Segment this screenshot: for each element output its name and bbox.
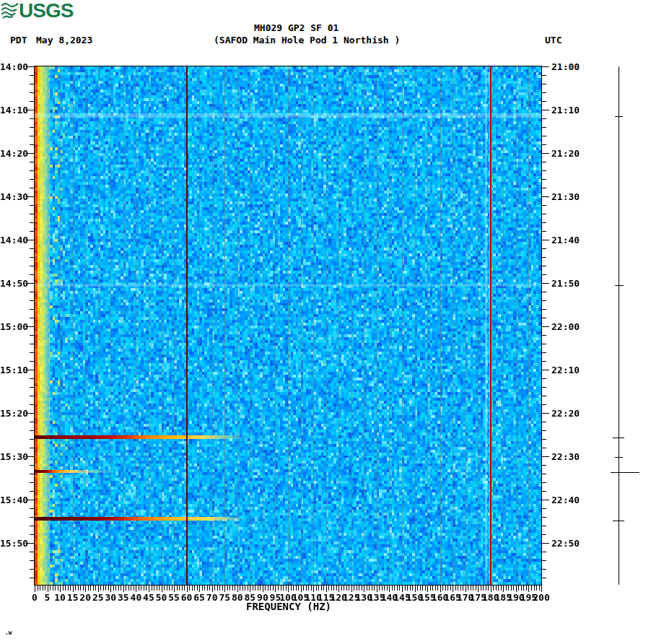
freq-minor-tick — [372, 586, 372, 591]
freq-minor-tick — [80, 586, 81, 591]
trace-event-mark — [611, 472, 639, 473]
pdt-minor-tick — [30, 309, 35, 310]
pdt-minor-tick — [30, 508, 35, 509]
pdt-minor-tick — [30, 387, 35, 388]
pdt-tick-label: 14:00 — [0, 62, 25, 71]
freq-minor-tick — [458, 586, 458, 591]
pdt-minor-tick — [30, 578, 35, 578]
freq-major-tick — [48, 586, 48, 592]
freq-minor-tick — [121, 586, 121, 591]
pdt-tick-label: 14:50 — [0, 279, 25, 288]
pdt-minor-tick — [30, 257, 35, 258]
freq-major-tick — [338, 586, 339, 592]
freq-major-tick — [73, 586, 74, 592]
pdt-minor-tick — [30, 569, 35, 570]
pdt-minor-tick — [30, 361, 35, 362]
utc-minor-tick — [542, 526, 546, 526]
utc-minor-tick — [542, 101, 546, 102]
freq-minor-tick — [308, 586, 309, 591]
pdt-tick-label: 15:10 — [0, 365, 25, 375]
freq-minor-tick — [53, 586, 53, 591]
freq-minor-tick — [157, 586, 157, 591]
freq-minor-tick — [207, 586, 208, 591]
freq-minor-tick — [159, 586, 160, 591]
freq-minor-tick — [209, 586, 210, 591]
pdt-minor-tick — [30, 188, 35, 188]
freq-minor-tick — [258, 586, 258, 591]
freq-minor-tick — [144, 586, 144, 591]
freq-major-tick — [110, 586, 111, 592]
freq-major-tick — [98, 586, 99, 592]
utc-minor-tick — [542, 75, 546, 76]
pdt-minor-tick — [30, 101, 35, 102]
utc-minor-tick — [542, 179, 546, 180]
pdt-minor-tick — [30, 231, 35, 232]
pdt-minor-tick — [30, 474, 35, 474]
utc-minor-tick — [542, 136, 546, 136]
freq-minor-tick — [192, 586, 193, 591]
freq-minor-tick — [539, 586, 540, 591]
freq-minor-tick — [278, 586, 279, 591]
freq-minor-tick — [513, 586, 514, 591]
freq-major-tick — [85, 586, 86, 592]
pdt-tick-label: 15:30 — [0, 452, 25, 461]
freq-major-tick — [491, 586, 491, 592]
utc-major-tick — [542, 283, 549, 284]
utc-tick-label: 21:20 — [551, 149, 580, 158]
freq-minor-tick — [536, 586, 537, 591]
freq-major-tick — [162, 586, 162, 592]
freq-minor-tick — [328, 586, 329, 591]
pdt-minor-tick — [30, 552, 35, 552]
freq-minor-tick — [387, 586, 388, 591]
freq-minor-tick — [526, 586, 527, 591]
freq-minor-tick — [75, 586, 76, 591]
freq-major-tick — [541, 586, 542, 592]
date-label: May 8,2023 — [36, 35, 92, 45]
freq-minor-tick — [83, 586, 84, 591]
freq-major-tick — [402, 586, 403, 592]
freq-minor-tick — [447, 586, 448, 591]
utc-minor-tick — [542, 534, 546, 535]
freq-minor-tick — [172, 586, 172, 591]
freq-major-tick — [275, 586, 276, 592]
freq-minor-tick — [298, 586, 299, 591]
freq-minor-tick — [283, 586, 284, 591]
freq-minor-tick — [45, 586, 45, 591]
utc-minor-tick — [542, 231, 546, 232]
freq-minor-tick — [410, 586, 411, 591]
pdt-minor-tick — [30, 534, 35, 535]
pdt-minor-tick — [30, 75, 35, 76]
utc-minor-tick — [542, 335, 546, 336]
freq-major-tick — [250, 586, 250, 592]
freq-minor-tick — [182, 586, 183, 591]
utc-minor-tick — [542, 292, 546, 292]
utc-minor-tick — [542, 170, 546, 171]
freq-minor-tick — [103, 586, 104, 591]
utc-tick-label: 22:20 — [551, 409, 580, 418]
pdt-tick-label: 15:40 — [0, 495, 25, 505]
freq-minor-tick — [501, 586, 502, 591]
freq-major-tick — [187, 586, 188, 592]
freq-minor-tick — [217, 586, 218, 591]
freq-minor-tick — [126, 586, 126, 591]
pdt-minor-tick — [30, 214, 35, 214]
freq-major-tick — [263, 586, 263, 592]
freq-major-tick — [389, 586, 390, 592]
freq-minor-tick — [43, 586, 43, 591]
freq-major-tick — [212, 586, 213, 592]
freq-minor-tick — [369, 586, 370, 591]
freq-major-tick — [440, 586, 441, 592]
freq-tick-label: 200 — [527, 593, 556, 602]
freq-minor-tick — [296, 586, 297, 591]
freq-major-tick — [351, 586, 352, 592]
right-timezone-label: UTC — [545, 35, 562, 45]
freq-minor-tick — [357, 586, 357, 591]
pdt-minor-tick — [30, 179, 35, 180]
freq-minor-tick — [523, 586, 524, 591]
freq-minor-tick — [486, 586, 486, 591]
utc-minor-tick — [542, 84, 546, 84]
freq-minor-tick — [55, 586, 56, 591]
freq-minor-tick — [167, 586, 167, 591]
freq-minor-tick — [68, 586, 69, 591]
freq-minor-tick — [318, 586, 319, 591]
